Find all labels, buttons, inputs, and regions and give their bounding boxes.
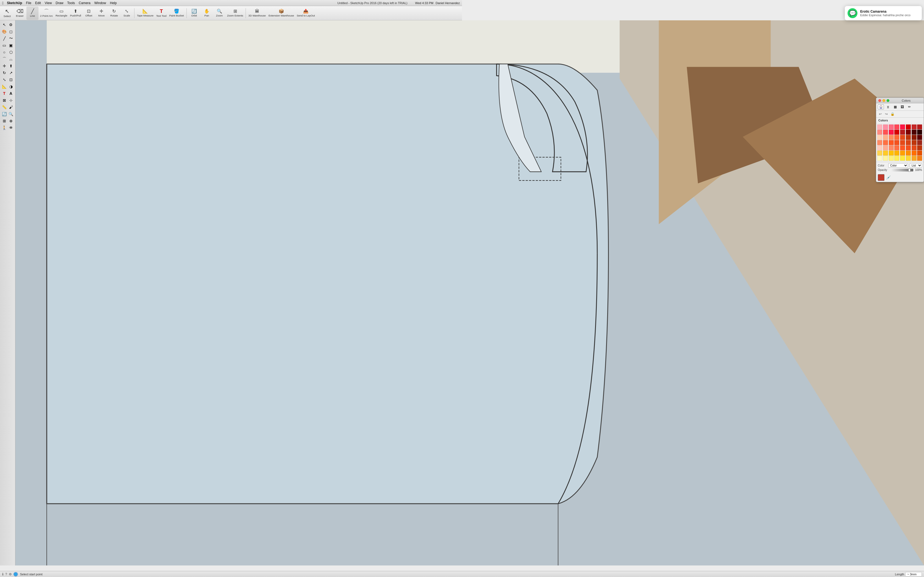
sidebar-rotate-tool2[interactable]: ↻	[1, 69, 8, 76]
sidebar-protractor-tool[interactable]: ◑	[8, 83, 14, 90]
sidebar-row-10: 📐 ◑	[1, 83, 14, 90]
sidebar-text-tool2[interactable]: T	[1, 90, 8, 97]
tool-offset[interactable]: ⊡ Offset	[83, 6, 95, 20]
window-title: Untitled - SketchUp Pro 2016 (20 days le…	[338, 2, 407, 5]
sidebar-row-3: ╱ 〜	[1, 35, 14, 42]
sidebar-scale-tool2[interactable]: ⤡	[1, 76, 8, 83]
sidebar-row-12: ⊠ ⊹	[1, 97, 14, 103]
sidebar-axes-tool[interactable]: ⊹	[8, 97, 14, 103]
line-icon: ╱	[31, 9, 34, 14]
tool-tape[interactable]: 📐 Tape Measure	[136, 6, 155, 20]
sidebar-followme-tool[interactable]: ↗	[8, 69, 14, 76]
tool-pan[interactable]: ✋ Pan	[201, 6, 213, 20]
sidebar-rect-tool[interactable]: ▭	[1, 42, 8, 48]
sidebar-row-5: ○ ⬡	[1, 49, 14, 55]
clock: Wed 4:33 PM	[415, 2, 433, 5]
tool-layout-label: Send to LayOut	[297, 14, 315, 17]
sidebar-lookaround-tool[interactable]: 👁	[8, 124, 14, 131]
menu-view[interactable]: View	[45, 1, 52, 5]
tool-arc[interactable]: ⌒ 2 Point Arc	[39, 6, 54, 20]
sidebar-row-11: T A	[1, 90, 14, 97]
sidebar-zoom-tool2[interactable]: 🔍	[8, 111, 14, 117]
sidebar-section-tool[interactable]: ⊠	[1, 97, 8, 103]
tool-pushpull[interactable]: ⬆ Push/Pull	[69, 6, 82, 20]
menu-tools[interactable]: Tools	[67, 1, 75, 5]
tool-select[interactable]: ↖ Select	[1, 6, 13, 20]
sidebar-tape-tool[interactable]: 📐	[1, 83, 8, 90]
sidebar-row-4: ▭ ▣	[1, 42, 14, 48]
paint-icon: 🪣	[174, 9, 179, 13]
tool-rotate-label: Rotate	[110, 14, 118, 17]
sidebar-row-6: ⌒ ⌓	[1, 56, 14, 62]
arc-icon: ⌒	[44, 9, 49, 14]
toolbar-separator-2	[186, 8, 187, 18]
sidebar-shape-tool[interactable]: ▣	[8, 42, 14, 48]
toolbar-separator-3	[246, 8, 246, 18]
tool-zoom-extents-label: Zoom Extents	[227, 14, 243, 17]
sidebar-pushpull-tool[interactable]: ⬆	[8, 63, 14, 69]
sidebar-3dtext-tool[interactable]: A	[8, 90, 14, 97]
tool-paint-label: Paint Bucket	[169, 14, 184, 17]
tool-line[interactable]: ╱ Line	[26, 6, 39, 20]
text-tool-icon: T	[160, 9, 163, 14]
sidebar-spraypaint-tool[interactable]: 🖌	[8, 104, 14, 110]
menubar:  SketchUp File Edit View Draw Tools Cam…	[0, 0, 462, 6]
sidebar-arc-tool[interactable]: ⌒	[1, 56, 8, 62]
move-icon: ✛	[100, 9, 103, 13]
sidebar-erase-tool[interactable]: ◻	[8, 28, 14, 35]
tool-text-label: Text Tool	[156, 14, 166, 17]
menu-file[interactable]: File	[26, 1, 31, 5]
sidebar-walkthrough-tool[interactable]: 🚶	[1, 124, 8, 131]
tool-offset-label: Offset	[85, 14, 92, 17]
toolbar: ↖ Select ⌫ Eraser ╱ Line ⌒ 2 Point Arc ▭…	[0, 6, 462, 20]
sidebar-3arc-tool[interactable]: ⌓	[8, 56, 14, 62]
tool-eraser[interactable]: ⌫ Eraser	[14, 6, 26, 20]
sidebar-orbit-tool2[interactable]: 🔄	[1, 111, 8, 117]
tool-3dwarehouse-label: 3D Warehouse	[248, 14, 266, 17]
menubar-items: File Edit View Draw Tools Camera Window …	[26, 1, 337, 5]
apple-menu[interactable]: 	[2, 1, 3, 5]
app-name[interactable]: SketchUp	[7, 1, 22, 5]
sidebar-line-tool[interactable]: ╱	[1, 35, 8, 42]
sidebar-measure-tool[interactable]: 📏	[1, 104, 8, 110]
tool-text[interactable]: T Text Tool	[155, 6, 168, 20]
drawing-canvas[interactable]	[15, 20, 462, 288]
tool-3dwarehouse[interactable]: 🏛 3D Warehouse	[247, 6, 267, 20]
sidebar-component-tool[interactable]: ⚙	[8, 21, 14, 28]
sidebar-move-tool[interactable]: ✛	[1, 63, 8, 69]
sidebar-freehand-tool[interactable]: 〜	[8, 35, 14, 42]
layout-icon: 📤	[303, 9, 309, 13]
menu-help[interactable]: Help	[110, 1, 117, 5]
sidebar-polygon-tool[interactable]: ⬡	[8, 49, 14, 55]
menu-camera[interactable]: Camera	[79, 1, 90, 5]
tool-paint[interactable]: 🪣 Paint Bucket	[168, 6, 185, 20]
tool-extension-warehouse[interactable]: 📦 Extension Warehouse	[267, 6, 295, 20]
sidebar-arrow-tool[interactable]: ↖	[1, 21, 8, 28]
tool-rotate[interactable]: ↻ Rotate	[108, 6, 120, 20]
tool-scale-label: Scale	[123, 14, 130, 17]
menu-edit[interactable]: Edit	[35, 1, 41, 5]
tool-zoom-extents[interactable]: ⊞ Zoom Extents	[226, 6, 244, 20]
tool-pan-label: Pan	[204, 14, 209, 17]
sidebar-offset-tool2[interactable]: ⊡	[8, 76, 14, 83]
sidebar-position-tool[interactable]: ⊕	[8, 118, 14, 124]
pushpull-icon: ⬆	[74, 9, 77, 13]
tool-orbit[interactable]: 🔄 Orbit	[188, 6, 200, 20]
sidebar-zoomextents-tool2[interactable]: ⊞	[1, 118, 8, 124]
tool-extension-label: Extension Warehouse	[268, 14, 294, 17]
tape-icon: 📐	[142, 9, 148, 13]
sidebar-paint-tool[interactable]: 🎨	[1, 28, 8, 35]
menu-window[interactable]: Window	[94, 1, 106, 5]
tool-send-layout[interactable]: 📤 Send to LayOut	[296, 6, 316, 20]
tool-zoom[interactable]: 🔍 Zoom	[213, 6, 226, 20]
tool-scale[interactable]: ⤡ Scale	[121, 6, 133, 20]
tool-rectangle[interactable]: ▭ Rectangle	[55, 6, 68, 20]
tool-pushpull-label: Push/Pull	[70, 14, 81, 17]
sidebar-circle-tool[interactable]: ○	[1, 49, 8, 55]
canvas-area[interactable]	[15, 20, 462, 288]
tool-arc-label: 2 Point Arc	[40, 14, 53, 17]
tool-move[interactable]: ✛ Move	[95, 6, 108, 20]
menubar-right: Untitled - SketchUp Pro 2016 (20 days le…	[338, 2, 460, 5]
menu-draw[interactable]: Draw	[55, 1, 63, 5]
sidebar-row-16: 🚶 👁	[1, 124, 14, 131]
